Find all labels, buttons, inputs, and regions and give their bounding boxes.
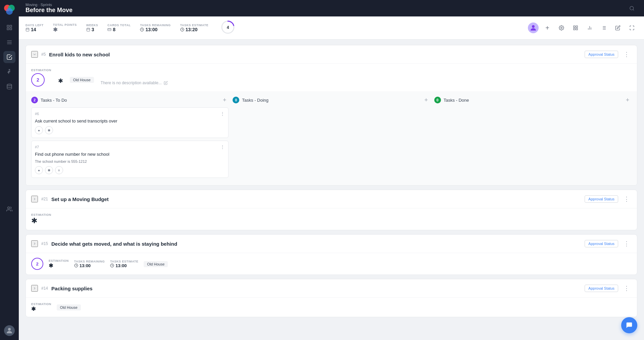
task-card-6: #6 ⋮ Ask current school to send transcri… [31, 107, 229, 138]
stat-weeks: WEEKS 3 [86, 23, 98, 32]
doing-add-button[interactable]: + [422, 96, 430, 104]
task-7-icon-1[interactable]: ● [35, 166, 43, 174]
stats-bar: DAYS LEFT 14 TOTAL POINTS ✱ WEEKS 3 CARD… [19, 16, 644, 40]
sprint-3-tasks-remaining: TASKS REMAINING 13:00 [74, 260, 105, 268]
task-7-more-button[interactable]: ⋮ [220, 144, 225, 150]
chat-icon [626, 322, 633, 329]
svg-point-2 [6, 8, 13, 15]
svg-rect-20 [87, 28, 90, 31]
sidebar-item-sprints[interactable] [3, 51, 15, 63]
svg-rect-6 [10, 28, 12, 30]
add-button[interactable]: + [542, 22, 553, 33]
task-7-number: #7 [35, 145, 39, 149]
logo[interactable] [3, 4, 15, 16]
sprint-3-approval-button[interactable]: Approval Status [585, 240, 618, 247]
page-title: Before the Move [26, 7, 72, 14]
task-6-icon-2[interactable]: ✱ [45, 126, 53, 134]
sprint-1-toggle[interactable] [31, 51, 38, 58]
svg-point-12 [8, 207, 10, 209]
settings-button[interactable] [556, 22, 567, 33]
content-area: #5 Enroll kids to new school Approval St… [19, 40, 644, 340]
sprint-1-estimation-star: ✱ [58, 77, 63, 85]
cards-icon [107, 28, 111, 32]
svg-point-32 [561, 27, 562, 29]
sprint-4-toggle[interactable] [31, 285, 38, 292]
kanban-col-todo-header: 2 Tasks - To Do + [31, 96, 229, 104]
sprint-2-toggle[interactable] [31, 196, 38, 202]
sidebar-user-avatar[interactable] [4, 325, 15, 336]
sprint-3-estimation-circle: 2 [31, 258, 43, 270]
sprint-1-more-button[interactable]: ⋮ [622, 50, 632, 59]
sprint-1-tag: Old House [70, 77, 94, 83]
sprint-3-more-button[interactable]: ⋮ [622, 239, 632, 248]
sidebar-item-run[interactable] [3, 66, 15, 78]
view-switch-button[interactable] [570, 22, 581, 33]
svg-rect-36 [576, 28, 578, 30]
task-6-title: Ask current school to send transcripts o… [35, 118, 225, 124]
sprint-3-toggle[interactable] [31, 240, 38, 247]
sidebar-item-board[interactable] [3, 36, 15, 48]
todo-col-title: Tasks - To Do [41, 98, 218, 103]
sprint-1-approval-button[interactable]: Approval Status [585, 51, 618, 58]
svg-point-11 [7, 84, 12, 86]
header: Moving · Sprints Before the Move [19, 0, 644, 16]
sprint-1-meta: ESTIMATION 2 ✱ Old House There is no des… [26, 64, 637, 91]
sidebar-item-storage[interactable] [3, 81, 15, 93]
header-title-block: Moving · Sprints Before the Move [26, 3, 72, 14]
sprint-3-title: Decide what gets moved, and what is stay… [51, 241, 581, 247]
chart-button[interactable] [584, 22, 595, 33]
user-avatar[interactable] [528, 22, 539, 33]
sprint-4-number: #14 [41, 286, 48, 291]
task-7-icon-3[interactable]: ≡ [55, 166, 63, 174]
progress-circle: 4 [220, 20, 235, 36]
clock-icon-remaining [140, 28, 144, 32]
svg-rect-34 [576, 26, 578, 28]
sidebar [0, 0, 19, 340]
list-button[interactable] [598, 22, 609, 33]
task-7-icon-2[interactable]: ✱ [45, 166, 53, 174]
sprint-2-title: Set up a Moving Budget [51, 196, 581, 202]
task-7-description: The school number is 555-1212 [35, 159, 225, 163]
sprint-2-more-button[interactable]: ⋮ [622, 195, 632, 203]
sidebar-item-dashboard[interactable] [3, 21, 15, 34]
toolbar: + [528, 22, 637, 33]
stat-days-left: DAYS LEFT 14 [26, 23, 44, 32]
sprint-card-1: #5 Enroll kids to new school Approval St… [26, 45, 637, 186]
task-6-icon-1[interactable]: ● [35, 126, 43, 134]
kanban-col-todo: 2 Tasks - To Do + #6 ⋮ Ask current schoo… [31, 96, 229, 181]
task-card-7: #7 ⋮ Find out phone number for new schoo… [31, 141, 229, 178]
doing-count-badge: 0 [233, 97, 239, 103]
sidebar-item-team[interactable] [3, 203, 15, 215]
edit-description-icon[interactable] [164, 81, 168, 85]
kanban-col-doing-header: 0 Tasks - Doing + [233, 96, 430, 104]
sprint-1-description-block: There is no description available... [101, 77, 632, 85]
sprint-4-approval-button[interactable]: Approval Status [585, 285, 618, 292]
sprint-4-body: ESTIMATION ✱ Old House [26, 298, 637, 317]
stat-tasks-estimate: TASKS ESTIMATE 13:20 [180, 23, 208, 32]
chat-bubble[interactable] [621, 317, 637, 333]
clock-icon [74, 263, 78, 268]
edit-button[interactable] [612, 22, 623, 33]
calendar-icon [26, 28, 30, 32]
svg-rect-24 [108, 29, 111, 31]
fullscreen-button[interactable] [627, 22, 637, 33]
progress-svg: 4 [220, 20, 235, 35]
sprint-4-more-button[interactable]: ⋮ [622, 284, 632, 293]
done-add-button[interactable]: + [624, 96, 632, 104]
done-col-title: Tasks - Done [444, 98, 621, 103]
asterisk-icon: ✱ [53, 27, 57, 33]
task-6-more-button[interactable]: ⋮ [220, 111, 225, 116]
sprint-2-approval-button[interactable]: Approval Status [585, 195, 618, 203]
sprint-3-body: 2 ESTIMATION ✱ TASKS REMAINING 13:00 [26, 253, 637, 275]
task-7-title: Find out phone number for new school [35, 152, 225, 157]
sprint-4-tag-block: Old House [57, 304, 81, 310]
todo-add-button[interactable]: + [220, 96, 229, 104]
done-count-badge: 0 [434, 97, 441, 103]
sprint-3-header: #15 Decide what gets moved, and what is … [26, 235, 637, 253]
sprint-3-estimation-block: ESTIMATION ✱ [49, 259, 69, 269]
kanban-col-done: 0 Tasks - Done + [434, 96, 632, 181]
breadcrumb: Moving · Sprints [26, 3, 72, 7]
search-button[interactable] [627, 3, 637, 14]
sprint-3-tag-block: Old House [144, 261, 168, 267]
svg-line-15 [633, 9, 634, 10]
